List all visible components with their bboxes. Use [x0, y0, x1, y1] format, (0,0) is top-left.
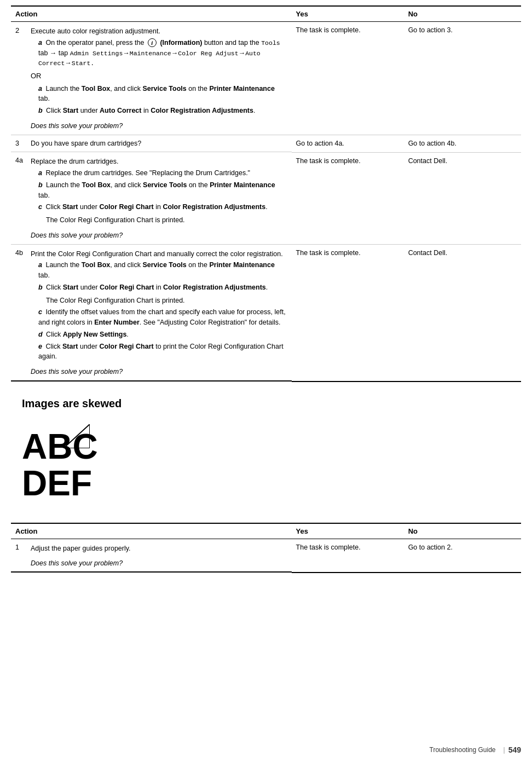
action-content: Print the Color Regi Configuration Chart…: [31, 248, 287, 377]
action-number: 2: [15, 25, 31, 36]
no-cell: Go to action 3.: [404, 22, 521, 135]
col-header-yes-2: Yes: [292, 523, 404, 539]
skew-triangle-icon: [63, 424, 90, 448]
yes-cell: The task is complete.: [292, 245, 404, 382]
col-header-action-2: Action: [11, 523, 292, 539]
yes-cell: Go to action 4a.: [292, 135, 404, 153]
footer-title: Troubleshooting Guide: [430, 746, 496, 754]
action-content: Replace the drum cartridges. a Replace t…: [31, 155, 287, 240]
yes-cell: The task is complete.: [292, 152, 404, 244]
info-icon: i: [148, 38, 157, 47]
footer-separator: |: [504, 746, 505, 754]
no-cell: Contact Dell.: [404, 245, 521, 382]
action-content: Adjust the paper guides properly. Does t…: [31, 542, 131, 569]
col-header-no: No: [404, 6, 521, 22]
no-cell: Go to action 2.: [404, 539, 521, 573]
col-header-yes: Yes: [292, 6, 404, 22]
yes-cell: The task is complete.: [292, 539, 404, 573]
action-number: 1: [15, 542, 31, 553]
table-row: 4b Print the Color Regi Configuration Ch…: [11, 245, 521, 382]
section-heading-skewed: Images are skewed: [11, 397, 521, 410]
action-content: Execute auto color registration adjustme…: [31, 25, 287, 131]
col-header-no-2: No: [404, 523, 521, 539]
action-number: 4b: [15, 248, 31, 258]
no-cell: Contact Dell.: [404, 152, 521, 244]
col-header-action: Action: [11, 6, 292, 22]
yes-cell: The task is complete.: [292, 22, 404, 135]
action-number: 3: [15, 138, 31, 149]
table-row: 2 Execute auto color registration adjust…: [11, 22, 521, 135]
action-content: Do you have spare drum cartridges?: [31, 138, 141, 149]
table-row: 3 Do you have spare drum cartridges? Go …: [11, 135, 521, 153]
svg-marker-0: [63, 424, 90, 448]
footer-page-number: 549: [508, 745, 521, 754]
illustration-skewed: ABCDEF: [11, 419, 521, 517]
page-footer: Troubleshooting Guide | 549: [430, 745, 521, 754]
table-row: 1 Adjust the paper guides properly. Does…: [11, 539, 521, 573]
action-number: 4a: [15, 155, 31, 166]
no-cell: Go to action 4b.: [404, 135, 521, 153]
table-row: 4a Replace the drum cartridges. a Replac…: [11, 152, 521, 244]
